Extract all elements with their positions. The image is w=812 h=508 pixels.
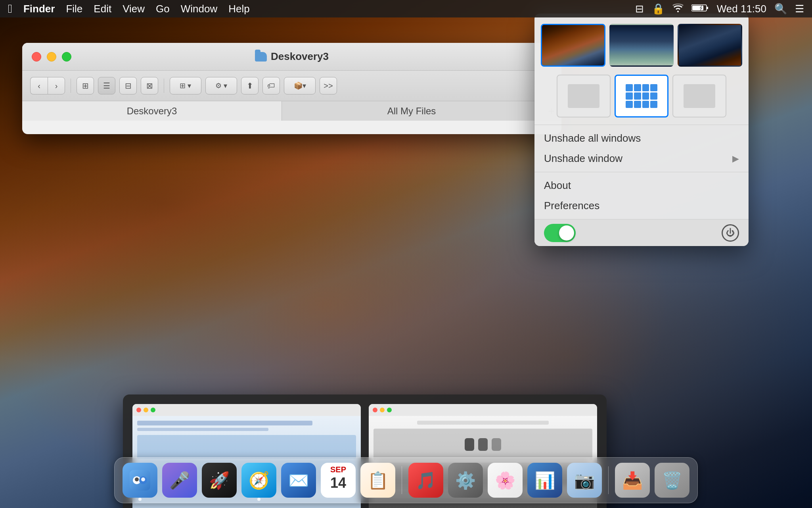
layout-single-right[interactable] [672,75,726,117]
desktop:  Finder File Edit View Go Window Help ⊟… [0,0,812,508]
folder-icon [255,52,267,62]
wallpaper-row [534,20,749,71]
dock-keynote[interactable]: 📊 [527,463,562,498]
finder-toolbar: ‹ › ⊞ ☰ ⊟ ⊠ ⊞ ▾ ⚙ ▾ ⬆ 🏷 📦▾ >> [22,71,561,101]
browser-close-1 [136,408,141,412]
safari-indicator [257,498,260,501]
browser-header-2 [369,404,597,416]
popup-divider-1 [534,125,749,125]
arrange-button[interactable]: ⊞ ▾ [170,77,201,94]
dock-finder[interactable] [123,463,157,498]
dock: 🎤 🚀 🧭 ✉️ SEP 14 📋 🎵 ⚙️ [114,457,698,503]
browser-min-1 [144,408,148,412]
traffic-lights [32,52,71,62]
back-button[interactable]: ‹ [30,77,48,94]
finder-window: Deskovery3 ‹ › ⊞ ☰ ⊟ ⊠ ⊞ ▾ ⚙ ▾ ⬆ 🏷 📦▾ >>… [22,43,561,134]
layout-single[interactable] [557,75,611,117]
dock-separator-2 [608,466,609,494]
more-button[interactable]: >> [320,77,337,94]
dock-reminders[interactable]: 📋 [360,463,395,498]
lock-icon[interactable]: 🔒 [652,3,665,15]
wallpaper-thumb-2[interactable] [609,24,674,67]
notification-center-icon[interactable]: ☰ [795,3,804,15]
dropbox-button[interactable]: 📦▾ [284,77,316,94]
dock-sysprefs[interactable]: ⚙️ [448,463,483,498]
finder-tabs: Deskovery3 All My Files + [22,101,561,121]
browser-min-2 [380,408,385,412]
spotlight-icon[interactable]: 🔍 [774,3,787,15]
toggle-switch[interactable] [544,224,576,242]
action-button[interactable]: ⚙ ▾ [205,77,237,94]
unshade-all-windows[interactable]: Unshade all windows [534,128,749,148]
toggle-knob [559,225,574,241]
finder-menu[interactable]: Finder [23,3,55,15]
dock-launchpad[interactable]: 🚀 [202,463,237,498]
dock-calendar[interactable]: SEP 14 [321,463,356,498]
zoom-button[interactable] [62,52,71,62]
dock-itunes[interactable]: 🎵 [408,463,443,498]
icon-view-button[interactable]: ⊞ [77,77,94,94]
help-menu[interactable]: Help [228,3,249,15]
menubar:  Finder File Edit View Go Window Help ⊟… [0,0,812,17]
finder-title: Deskovery3 [255,50,329,63]
split-view-icon[interactable]: ⊟ [635,3,644,15]
share-button[interactable]: ⬆ [241,77,259,94]
edit-menu[interactable]: Edit [94,3,111,15]
wallpaper-thumb-3[interactable] [678,24,742,67]
tab-deskovery3[interactable]: Deskovery3 [22,101,282,121]
dock-siri[interactable]: 🎤 [162,463,197,498]
wallpaper-thumb-1[interactable] [541,24,605,67]
unshade-window[interactable]: Unshade window ▶ [534,148,749,169]
browser-zoom-1 [151,408,155,412]
layout-row [534,71,749,121]
close-button[interactable] [32,52,41,62]
dock-safari[interactable]: 🧭 [241,463,276,498]
browser-close-2 [373,408,377,412]
dock-downloads[interactable]: 📥 [615,463,650,498]
apple-menu[interactable]:  [8,2,12,15]
browser-header-1 [132,404,361,416]
popup-divider-2 [534,172,749,172]
finder-indicator [138,498,142,501]
tab-all-my-files[interactable]: All My Files [282,101,542,121]
svg-point-7 [141,477,145,481]
dock-image-capture[interactable]: 📷 [567,463,602,498]
wifi-icon[interactable] [672,3,684,15]
toolbar-separator-2 [164,79,164,93]
about-item[interactable]: About [534,175,749,196]
coverflow-button[interactable]: ⊠ [141,77,158,94]
minimize-button[interactable] [47,52,56,62]
window-menu[interactable]: Window [181,3,217,15]
column-view-button[interactable]: ⊟ [119,77,137,94]
layout-grid[interactable] [615,75,668,117]
battery-icon[interactable] [691,3,709,15]
finder-titlebar: Deskovery3 [22,43,561,71]
toolbar-separator [71,79,71,93]
dock-photos[interactable]: 🌸 [488,463,523,498]
list-view-button[interactable]: ☰ [98,77,115,94]
clock[interactable]: Wed 11:50 [717,3,766,15]
go-menu[interactable]: Go [156,3,170,15]
popup-bottom-bar: ⏻ [534,219,749,246]
svg-point-6 [135,477,139,481]
dock-separator [402,466,402,494]
browser-zoom-2 [387,408,392,412]
forward-button[interactable]: › [48,77,65,94]
power-button[interactable]: ⏻ [722,224,739,242]
dock-trash[interactable]: 🗑️ [655,463,689,498]
popup-menu: Unshade all windows Unshade window ▶ Abo… [534,13,749,246]
dock-mail[interactable]: ✉️ [281,463,316,498]
svg-rect-1 [707,7,708,9]
tag-button[interactable]: 🏷 [262,77,280,94]
preferences-item[interactable]: Preferences [534,196,749,216]
file-menu[interactable]: File [66,3,82,15]
view-menu[interactable]: View [123,3,145,15]
submenu-arrow: ▶ [732,154,739,164]
